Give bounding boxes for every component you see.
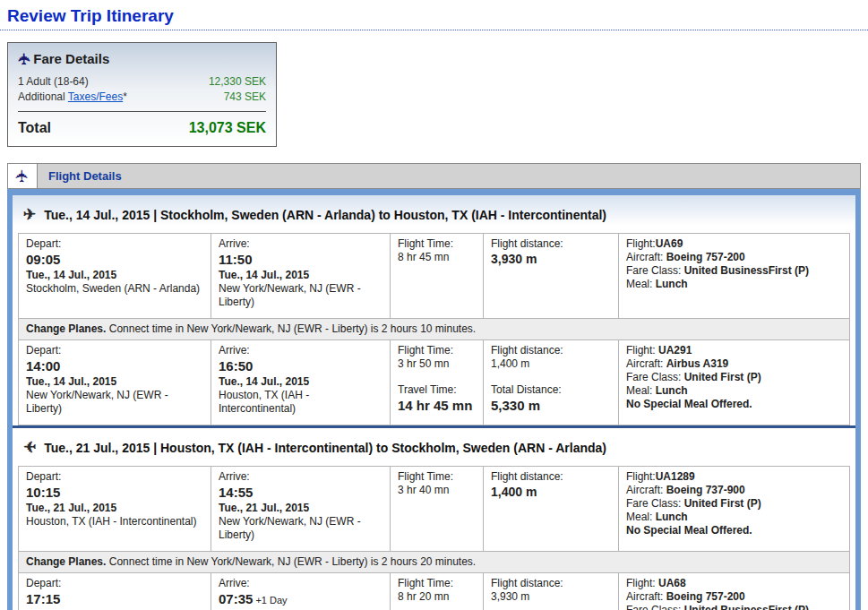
depart-cell: Depart: 14:00 Tue., 14 Jul., 2015 New Yo… [19, 340, 211, 425]
flight-label: Flight: [626, 577, 658, 589]
flight-number-line: Flight:UA1289 [626, 470, 842, 484]
depart-cell: Depart: 10:15 Tue., 21 Jul., 2015 Housto… [19, 467, 211, 551]
arrive-label: Arrive: [219, 237, 382, 251]
taxes-label-prefix: Additional [18, 90, 68, 103]
arrive-time: 07:35+1 Day [219, 590, 382, 609]
flight-label: Flight: [626, 237, 656, 250]
flight-time-value: 3 hr 40 mn [398, 484, 476, 497]
aircraft-value: Boeing 757-200 [666, 251, 745, 263]
flight-number-line: Flight: UA68 [626, 577, 842, 590]
meal-value: Lunch [656, 511, 688, 523]
change-planes-label: Change Planes. [26, 322, 106, 335]
depart-location: Houston, TX (IAH - Intercontinental) [26, 515, 203, 528]
depart-location: New York/Newark, NJ (EWR - Liberty) [26, 389, 203, 416]
flight-time-value: 8 hr 20 mn [398, 590, 476, 604]
fare-class-value: United First (P) [684, 371, 761, 383]
depart-date: Tue., 14 Jul., 2015 [26, 269, 203, 282]
depart-label: Depart: [26, 344, 203, 357]
fare-row-taxes: Additional Taxes/Fees* 743 SEK [18, 90, 266, 105]
aircraft-value: Boeing 737-900 [666, 484, 745, 496]
flight-distance-value: 1,400 m [491, 484, 611, 500]
airplane-icon: ✈ [17, 52, 32, 64]
aircraft-label: Aircraft: [626, 590, 666, 603]
flight-number-line: Flight:UA69 [626, 237, 842, 251]
arrive-location: New York/Newark, NJ (EWR - Liberty) [219, 282, 382, 309]
fare-class-line: Fare Class: United BusinessFirst (P) [626, 264, 842, 278]
total-label: Total [18, 120, 51, 136]
arrive-label: Arrive: [219, 344, 382, 357]
travel-time-label: Travel Time: [398, 383, 476, 397]
flight-distance-label: Flight distance: [491, 344, 611, 357]
taxes-fare-amount: 743 SEK [224, 90, 266, 105]
change-planes-text: Connect time in New York/Newark, NJ (EWR… [106, 322, 476, 335]
adult-fare-amount: 12,330 SEK [209, 74, 266, 90]
flight-time-label: Flight Time: [398, 237, 476, 251]
spacer [398, 604, 476, 610]
depart-time: 10:15 [26, 484, 203, 502]
depart-label: Depart: [26, 470, 203, 484]
adult-fare-label: 1 Adult (18-64) [18, 74, 89, 90]
flight-time-value: 3 hr 50 mn [398, 357, 476, 371]
flight-info-cell: Flight: UA68 Aircraft: Boeing 757-200 Fa… [619, 573, 849, 610]
arrive-label: Arrive: [219, 577, 382, 590]
meal-line: Meal: Lunch [626, 384, 842, 398]
flight-label: Flight: [626, 344, 658, 357]
flight-details-icon-box: ✈ [8, 164, 38, 188]
aircraft-line: Aircraft: Boeing 737-900 [626, 484, 842, 497]
flight-time-cell: Flight Time: 3 hr 40 mn [391, 467, 484, 551]
flight-number: UA68 [658, 577, 686, 589]
flight-time-label: Flight Time: [398, 577, 476, 590]
fare-class-value: United First (P) [684, 497, 761, 510]
arrive-date: Tue., 21 Jul., 2015 [219, 502, 382, 515]
change-planes-row: Change Planes. Connect time in New York/… [19, 551, 849, 573]
meal-label: Meal: [626, 384, 656, 397]
spacer [398, 371, 476, 383]
depart-label: Depart: [26, 237, 203, 251]
flight-time-label: Flight Time: [398, 344, 476, 357]
depart-time: 09:05 [26, 251, 203, 269]
depart-location: Stockholm, Sweden (ARN - Arlanda) [26, 282, 203, 296]
airplane-right-icon: ✈ [23, 207, 36, 222]
fare-row-adult: 1 Adult (18-64) 12,330 SEK [18, 74, 266, 90]
arrive-cell: Arrive: 16:50 Tue., 14 Jul., 2015 Housto… [211, 340, 391, 425]
fare-class-line: Fare Class: United First (P) [626, 497, 842, 511]
fare-class-label: Fare Class: [626, 264, 684, 277]
arrive-cell: Arrive: 07:35+1 Day Wed., 22 Jul., 2015 … [211, 573, 391, 610]
taxes-fees-link[interactable]: Taxes/Fees [68, 90, 123, 103]
flight-details-panel: ✈ Tue., 14 Jul., 2015 | Stockholm, Swede… [7, 189, 861, 610]
depart-cell: Depart: 09:05 Tue., 14 Jul., 2015 Stockh… [19, 234, 211, 318]
aircraft-label: Aircraft: [626, 484, 666, 496]
flight-number: UA69 [656, 237, 683, 250]
meal-value: Lunch [656, 278, 688, 290]
distance-cell: Flight distance: 1,400 m [484, 467, 619, 551]
change-planes-text: Connect time in New York/Newark, NJ (EWR… [106, 555, 476, 568]
distance-cell: Flight distance: 3,930 m Total Distance:… [484, 573, 619, 610]
depart-date: Tue., 14 Jul., 2015 [26, 375, 203, 389]
flight-time-label: Flight Time: [398, 470, 476, 484]
arrive-label: Arrive: [219, 470, 382, 484]
segment-table: Depart: 10:15 Tue., 21 Jul., 2015 Housto… [18, 466, 850, 610]
flight-time-cell: Flight Time: 8 hr 20 mn Travel Time: 14 … [391, 573, 484, 610]
distance-cell: Flight distance: 3,930 m [484, 234, 619, 318]
fare-class-label: Fare Class: [626, 604, 684, 610]
depart-label: Depart: [26, 577, 203, 590]
distance-cell: Flight distance: 1,400 m Total Distance:… [484, 340, 619, 425]
total-distance-label: Total Distance: [491, 383, 611, 397]
flight-number-line: Flight: UA291 [626, 344, 842, 357]
total-amount: 13,073 SEK [189, 120, 266, 136]
depart-cell: Depart: 17:15 Tue., 21 Jul., 2015 New Yo… [19, 573, 211, 610]
meal-label: Meal: [626, 278, 656, 290]
fare-separator [18, 111, 266, 112]
airplane-icon: ✈ [13, 169, 30, 184]
arrive-location: Houston, TX (IAH - Intercontinental) [219, 389, 382, 416]
flight-info-cell: Flight: UA291 Aircraft: Airbus A319 Fare… [619, 340, 849, 425]
depart-date: Tue., 21 Jul., 2015 [26, 502, 203, 515]
fare-class-label: Fare Class: [626, 497, 684, 510]
special-meal-value: No Special Meal Offered. [626, 524, 752, 537]
fare-class-value: United BusinessFirst (P) [684, 264, 809, 277]
aircraft-value: Airbus A319 [666, 357, 729, 370]
page-title: Review Trip Itinerary [0, 0, 868, 30]
taxes-label-asterisk: * [123, 90, 127, 103]
change-planes-row: Change Planes. Connect time in New York/… [19, 318, 849, 340]
flight-distance-value: 3,930 m [491, 251, 611, 267]
